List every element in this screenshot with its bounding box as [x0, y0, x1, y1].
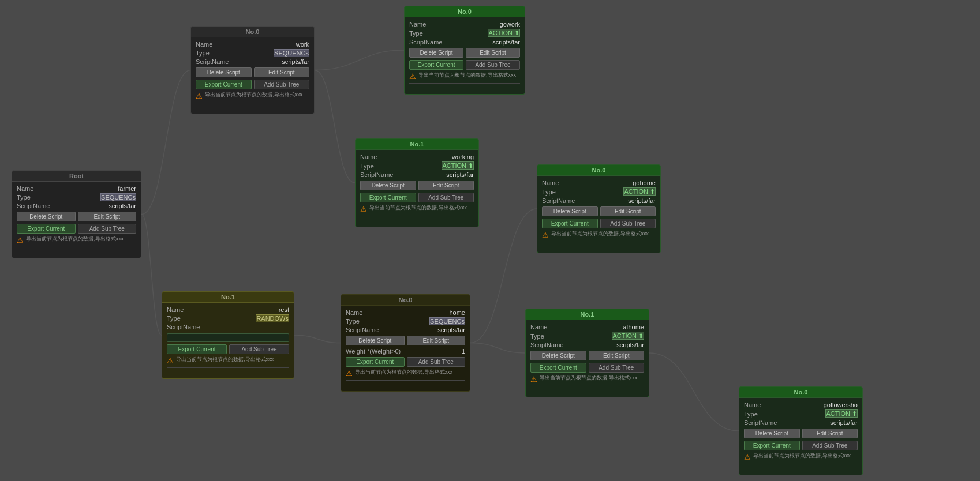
- label-scriptname: ScriptName: [360, 171, 401, 178]
- add-sub-tree-button[interactable]: Add Sub Tree: [229, 344, 289, 354]
- node-header-node_gowork: No.0: [404, 6, 525, 17]
- label-scriptname: ScriptName: [530, 341, 571, 348]
- node-body-node_athome: NameathomeTypeACTION ⬆ScriptNamescripts/…: [525, 320, 649, 397]
- delete-script-button[interactable]: Delete Script: [744, 429, 800, 438]
- type-badge: RANDOWs: [256, 314, 289, 322]
- warning-text: 导出当前节点为根节点的数据,导出格式xxx: [369, 205, 467, 212]
- value-scriptname: scripts/far: [582, 197, 656, 204]
- node-body-node_home: NamehomeTypeSEQUENCsScriptNamescripts/fa…: [341, 306, 470, 392]
- label-name: Name: [196, 41, 236, 48]
- node-header-node_athome: No.1: [525, 309, 649, 320]
- export-current-button[interactable]: Export Current: [167, 344, 227, 354]
- edit-script-button[interactable]: Edit Script: [600, 206, 656, 216]
- node-body-node_goflower: NamegoflowershoTypeACTION ⬆ScriptNamescr…: [739, 398, 863, 475]
- export-current-button[interactable]: Export Current: [360, 193, 416, 202]
- export-current-button[interactable]: Export Current: [542, 219, 598, 228]
- edit-script-button[interactable]: Edit Script: [418, 181, 474, 190]
- label-scriptname: ScriptName: [542, 197, 582, 204]
- value-type: SEQUENCs: [236, 50, 309, 57]
- add-sub-tree-button[interactable]: Add Sub Tree: [418, 193, 474, 202]
- node-node_gohome: No.0NamegohomeTypeACTION ⬆ScriptNamescri…: [537, 164, 661, 253]
- node-body-node_working: NameworkingTypeACTION ⬆ScriptNamescripts…: [355, 150, 479, 227]
- value-scriptname: scripts/far: [401, 171, 474, 178]
- export-current-button[interactable]: Export Current: [196, 80, 252, 89]
- value-type: ACTION ⬆: [571, 332, 644, 340]
- node-node_working: No.1NameworkingTypeACTION ⬆ScriptNamescr…: [355, 138, 479, 227]
- value-type: ACTION ⬆: [784, 410, 858, 418]
- type-badge: ACTION ⬆: [612, 332, 644, 340]
- warning-icon: ⚠: [542, 231, 549, 239]
- label-name: Name: [360, 153, 401, 160]
- delete-script-button[interactable]: Delete Script: [360, 181, 416, 190]
- value-type: ACTION ⬆: [450, 29, 520, 37]
- label-name: Name: [530, 324, 571, 330]
- add-sub-tree-button[interactable]: Add Sub Tree: [78, 224, 137, 234]
- delete-script-button[interactable]: Delete Script: [196, 67, 252, 77]
- edit-script-button[interactable]: Edit Script: [589, 351, 645, 360]
- delete-script-button[interactable]: Delete Script: [530, 351, 586, 360]
- value-name: working: [401, 153, 474, 160]
- node-header-node_home: No.0: [341, 294, 470, 306]
- export-current-button[interactable]: Export Current: [346, 357, 405, 367]
- label-type: Type: [346, 318, 386, 325]
- add-sub-tree-button[interactable]: Add Sub Tree: [407, 357, 466, 367]
- value-scriptname: scripts/far: [57, 202, 136, 209]
- edit-script-button[interactable]: Edit Script: [802, 429, 858, 438]
- node-node_goflower: No.0NamegoflowershoTypeACTION ⬆ScriptNam…: [739, 386, 863, 475]
- label-type: Type: [17, 194, 57, 201]
- value-type: RANDOWs: [207, 315, 289, 322]
- value-name: farmer: [57, 185, 136, 192]
- export-current-button[interactable]: Export Current: [530, 363, 586, 373]
- value-scriptname: scripts/far: [571, 341, 644, 348]
- value-scriptname: scripts/far: [386, 326, 465, 333]
- node-body-node_gowork: NamegoworkTypeACTION ⬆ScriptNamescripts/…: [404, 17, 525, 95]
- add-sub-tree-button[interactable]: Add Sub Tree: [802, 441, 858, 450]
- node-body-root: NamefarmerTypeSEQUENCsScriptNamescripts/…: [12, 182, 141, 258]
- label-type: Type: [530, 333, 571, 340]
- edit-script-button[interactable]: Edit Script: [407, 336, 466, 345]
- warning-text: 导出当前节点为根节点的数据,导出格式xxx: [551, 231, 649, 238]
- node-body-node_work: NameworkTypeSEQUENCsScriptNamescripts/fa…: [190, 37, 315, 114]
- value-name: home: [386, 309, 465, 316]
- warning-text: 导出当前节点为根节点的数据,导出格式xxx: [26, 236, 124, 243]
- add-sub-tree-button[interactable]: Add Sub Tree: [589, 363, 645, 373]
- type-badge: SEQUENCs: [100, 193, 136, 201]
- label-name: Name: [542, 179, 582, 186]
- delete-script-button[interactable]: Delete Script: [346, 336, 405, 345]
- edit-script-button[interactable]: Edit Script: [78, 212, 137, 221]
- scriptname-input[interactable]: [167, 333, 289, 342]
- value-type: SEQUENCs: [57, 194, 136, 201]
- warning-text: 导出当前节点为根节点的数据,导出格式xxx: [205, 92, 302, 99]
- node-body-node_gohome: NamegohomeTypeACTION ⬆ScriptNamescripts/…: [537, 176, 661, 253]
- warning-text: 导出当前节点为根节点的数据,导出格式xxx: [540, 375, 637, 382]
- export-current-button[interactable]: Export Current: [744, 441, 800, 450]
- warning-icon: ⚠: [346, 369, 353, 378]
- value-type: ACTION ⬆: [401, 162, 474, 170]
- edit-script-button[interactable]: Edit Script: [466, 48, 520, 58]
- label-name: Name: [409, 21, 450, 28]
- label-type: Type: [409, 30, 450, 37]
- add-sub-tree-button[interactable]: Add Sub Tree: [254, 80, 310, 89]
- warning-icon: ⚠: [530, 375, 537, 384]
- export-current-button[interactable]: Export Current: [409, 60, 463, 70]
- label-type: Type: [542, 189, 582, 196]
- add-sub-tree-button[interactable]: Add Sub Tree: [600, 219, 656, 228]
- label-type: Type: [744, 411, 784, 418]
- edit-script-button[interactable]: Edit Script: [254, 67, 310, 77]
- node-root: RootNamefarmerTypeSEQUENCsScriptNamescri…: [12, 170, 141, 258]
- value-scriptname: scripts/far: [784, 419, 858, 426]
- warning-icon: ⚠: [409, 72, 416, 81]
- delete-script-button[interactable]: Delete Script: [542, 206, 598, 216]
- label-scriptname: ScriptName: [346, 326, 386, 333]
- export-current-button[interactable]: Export Current: [17, 224, 76, 234]
- node-header-node_goflower: No.0: [739, 386, 863, 398]
- type-badge: ACTION ⬆: [825, 409, 858, 418]
- label-scriptname: ScriptName: [744, 419, 784, 426]
- warning-icon: ⚠: [167, 356, 174, 365]
- warning-text: 导出当前节点为根节点的数据,导出格式xxx: [418, 72, 516, 79]
- add-sub-tree-button[interactable]: Add Sub Tree: [466, 60, 520, 70]
- delete-script-button[interactable]: Delete Script: [409, 48, 463, 58]
- label-type: Type: [167, 315, 207, 322]
- label-name: Name: [17, 185, 57, 192]
- delete-script-button[interactable]: Delete Script: [17, 212, 76, 221]
